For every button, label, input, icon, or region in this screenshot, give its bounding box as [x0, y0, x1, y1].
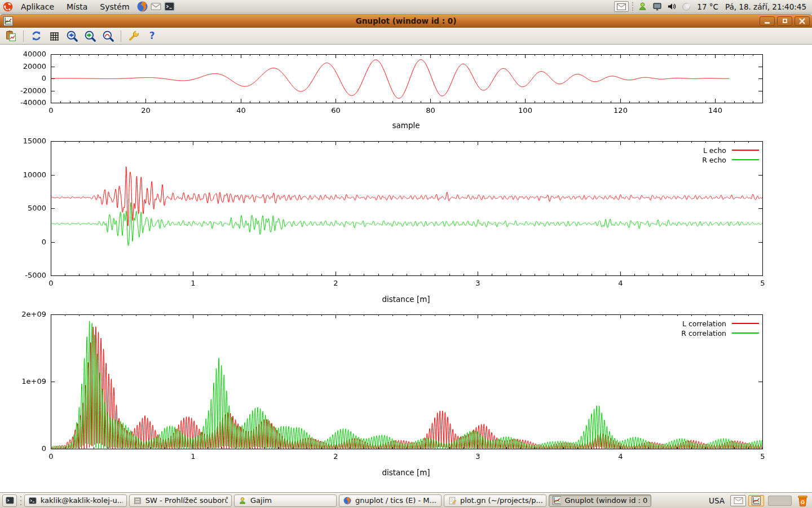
legend-label: L correlation [682, 319, 726, 328]
task-label: Gnuplot (window id : 0) [564, 496, 647, 505]
legend-entry: L correlation [681, 319, 759, 327]
clock-label[interactable]: Pá, 18. září, 21:40:45 [723, 2, 809, 11]
task-label: gnuplot / tics (E) - M... [355, 496, 436, 505]
close-icon [799, 18, 805, 24]
legend-line-swatch [732, 332, 759, 334]
mail-tray-icon[interactable] [730, 495, 746, 506]
legend-label: L echo [703, 146, 726, 155]
ubuntu-logo-icon[interactable] [2, 1, 14, 13]
menu-system[interactable]: Systém [94, 1, 135, 12]
close-button[interactable] [795, 16, 810, 26]
gnuplot-tray-icon[interactable] [748, 495, 764, 506]
menu-applications[interactable]: Aplikace [15, 1, 60, 12]
taskbar-window-filemanager[interactable]: SW - Prohlížeč souborů [129, 494, 232, 507]
terminal-icon [28, 496, 37, 505]
chart1-xlabel: sample [321, 121, 491, 130]
legend-entry: R echo [702, 156, 759, 164]
taskbar-window-editor[interactable]: plot.gn (~/projects/p... [444, 494, 546, 507]
keyboard-layout-indicator[interactable]: USA [709, 496, 728, 505]
zoom-autoscale-icon[interactable] [101, 29, 116, 43]
minimize-icon [765, 22, 770, 24]
chart3-xlabel: distance [m] [321, 468, 491, 477]
terminal-icon[interactable] [164, 1, 176, 13]
echo-legend: L echo R echo [702, 146, 759, 164]
plot-client-area: sample distance [m] distance [m] L echo … [0, 45, 812, 492]
gajim-icon [238, 496, 247, 505]
task-label: kaklik@kaklik-kolej-u... [41, 496, 123, 505]
menu-places[interactable]: Místa [61, 1, 93, 12]
task-label: plot.gn (~/projects/p... [460, 496, 542, 505]
gnome-top-panel: Aplikace Místa Systém [0, 0, 812, 14]
temperature-label[interactable]: 17 °C [695, 2, 721, 11]
legend-line-swatch [732, 159, 759, 160]
taskbar-window-gnuplot[interactable]: Gnuplot (window id : 0) [549, 494, 651, 507]
zoom-previous-icon[interactable] [65, 29, 80, 43]
taskbar: kaklik@kaklik-kolej-u... SW - Prohlížeč … [0, 492, 812, 508]
window-title: Gnuplot (window id : 0) [0, 16, 812, 25]
maximize-icon [783, 19, 787, 23]
gajim-tray-icon[interactable] [636, 1, 648, 13]
trash-icon[interactable]: ♻ [796, 493, 810, 507]
minimize-button[interactable] [760, 16, 775, 26]
tasklist-handle[interactable] [19, 496, 22, 505]
task-label: Gajim [250, 496, 272, 505]
legend-line-swatch [732, 323, 759, 324]
taskbar-terminal-launcher[interactable] [2, 494, 17, 507]
task-label: SW - Prohlížeč souborů [145, 496, 228, 505]
svg-text:?: ? [149, 30, 155, 41]
toolbar-separator [23, 30, 24, 42]
taskbar-window-terminal[interactable]: kaklik@kaklik-kolej-u... [24, 494, 127, 507]
grid-icon[interactable] [47, 29, 61, 43]
tray-handle[interactable] [631, 2, 634, 11]
terminal-icon [5, 496, 15, 505]
taskbar-window-gajim[interactable]: Gajim [234, 494, 337, 507]
display-icon[interactable] [651, 1, 663, 13]
notification-tray-area [768, 496, 792, 506]
legend-entry: R correlation [681, 329, 759, 337]
firefox-icon [343, 496, 352, 505]
gnuplot-icon [553, 496, 561, 505]
copy-plot-icon[interactable] [3, 29, 18, 43]
svg-text:♻: ♻ [800, 499, 805, 505]
mail-icon[interactable] [150, 1, 162, 13]
legend-entry: L echo [702, 146, 759, 154]
refresh-icon[interactable] [29, 29, 43, 43]
legend-label: R echo [702, 156, 726, 164]
legend-line-swatch [732, 150, 759, 151]
text-editor-icon [448, 496, 457, 505]
settings-wrench-icon[interactable] [126, 29, 141, 43]
correlation-legend: L correlation R correlation [681, 319, 759, 337]
mail-tray-icon[interactable] [614, 1, 629, 12]
zoom-next-icon[interactable] [83, 29, 98, 43]
legend-label: R correlation [681, 329, 726, 338]
gnuplot-toolbar: ? [0, 28, 812, 45]
chart2-xlabel: distance [m] [321, 295, 491, 304]
firefox-icon[interactable] [136, 1, 149, 13]
volume-icon[interactable] [665, 1, 678, 13]
window-titlebar[interactable]: Gnuplot (window id : 0) [0, 14, 812, 28]
maximize-button[interactable] [777, 16, 792, 26]
gnuplot-canvas[interactable] [0, 45, 812, 492]
help-icon[interactable]: ? [144, 29, 159, 43]
weather-icon[interactable] [680, 1, 692, 13]
toolbar-separator [121, 30, 121, 42]
file-manager-icon [133, 496, 142, 505]
taskbar-window-firefox[interactable]: gnuplot / tics (E) - M... [339, 494, 442, 507]
